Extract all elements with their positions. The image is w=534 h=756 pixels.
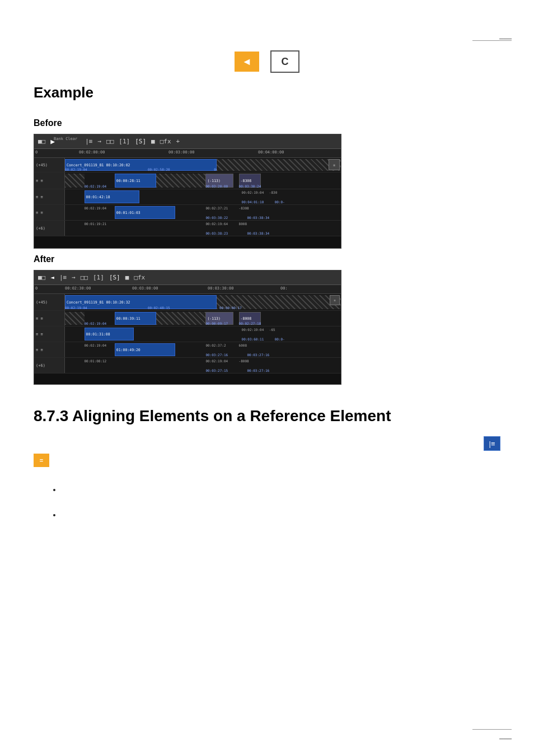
- a-clip-1-1: Concert_091119_B1 00:10:20:32: [65, 295, 217, 309]
- a-time-4-2: 6008: [239, 343, 247, 347]
- clip-hatch-b1: [217, 159, 341, 171]
- ruler-tick-3: 00:04:00:00: [258, 150, 284, 155]
- tb-plus-icon[interactable]: +: [175, 137, 182, 146]
- align-small-icon[interactable]: =: [34, 454, 49, 467]
- a-track-content-2: 00:00:39:11 (-113) -8008 00:02:19:04 00:…: [65, 311, 341, 326]
- time-b3-2: -830: [269, 190, 277, 194]
- a-track-label-3: ≡ ≡: [34, 326, 65, 342]
- clip-b2-1: 00:00:28:11: [115, 174, 156, 188]
- ruler-tick-0: 0: [35, 150, 38, 155]
- tb-a-back-icon[interactable]: ◄: [49, 273, 56, 282]
- a-time-5-1: 00:02:19:04: [205, 359, 228, 363]
- a-track-label-2: ≡ ≡: [34, 311, 65, 326]
- time-b4-4: 00:03:38:34: [247, 216, 269, 220]
- after-track-2: ≡ ≡ 00:00:39:11 (-113) -8008 00:02:19:04…: [34, 311, 341, 326]
- tb-a-1-icon[interactable]: [1]: [91, 273, 106, 282]
- tb-a-filmstrip-icon[interactable]: □□: [79, 273, 90, 282]
- a-track-content-4: 00:02:19:04 01:00:49:20 00:02:37:2 6008 …: [65, 342, 341, 357]
- a-time-2-2: 00:00:09:17: [205, 321, 228, 325]
- a-ruler-3: 00:03:30:00: [208, 286, 233, 291]
- after-track-5: (+6) 00:01:08:12 00:02:19:04 -8008 00:03…: [34, 358, 341, 374]
- a-label-46: (+6): [36, 363, 45, 368]
- a-time-4-1: 00:02:37:2: [205, 343, 226, 347]
- before-timeline: ■□ ▶ Bank Clear |≡ → □□ [1] [S] ■ □fx + …: [34, 134, 500, 249]
- tb-1-icon[interactable]: [1]: [117, 137, 132, 146]
- time-b4-2: -8308: [239, 206, 249, 210]
- a-clip-hatch-2b: [156, 312, 206, 325]
- time-b5-4: 00:03:38:34: [247, 231, 269, 235]
- a-time-1-1: 00:02:19:04: [65, 306, 87, 310]
- before-track-5: (+6) 00:01:19:21 00:02:19:64 8008 00:03:…: [34, 221, 341, 236]
- label-eq-2: ≡ ≡: [36, 179, 43, 183]
- a-label-eq-4: ≡ ≡: [36, 348, 43, 352]
- before-track-3: ≡ ≡ 00:01:42:18 00:02:19:04 -830 00:04:0…: [34, 189, 341, 205]
- a-time-5-2: -8008: [239, 359, 249, 363]
- tb-a-squares-icon[interactable]: ■□: [36, 273, 47, 282]
- before-track-1: (+45) Concert_091119_B1 00:10:20:02 00:0…: [34, 158, 341, 172]
- a-time-4-3: 00:03:27:16: [205, 353, 228, 357]
- top-buttons-area: ◄ C: [0, 50, 534, 73]
- tb-a-square-icon[interactable]: ■: [124, 273, 131, 282]
- align-icon-toolbar[interactable]: |≡: [484, 436, 500, 451]
- time-b4-0: 00:02:19:04: [85, 206, 107, 210]
- track-label-5: (+6): [34, 221, 65, 236]
- clip-hatch-2b: [156, 174, 206, 188]
- clip-box-b1: ≡: [329, 159, 340, 170]
- clip-time-b1-2: 00:02:58:20: [148, 167, 170, 171]
- tb-squares-icon[interactable]: ■□: [36, 137, 47, 146]
- time-b4-1: 00:02:37:21: [205, 206, 228, 210]
- after-ruler: 0 00:02:30:00 00:03:00:00 00:03:30:00 00…: [34, 285, 341, 294]
- label-46: (+6): [36, 226, 45, 231]
- after-track-4: ≡ ≡ 00:02:19:04 01:00:49:20 00:02:37:2 6…: [34, 342, 341, 358]
- before-track-2: ≡ ≡ 00:00:28:11 (-113) -8308 00:02:19:04…: [34, 172, 341, 189]
- back-button[interactable]: ◄: [235, 52, 259, 72]
- tb-a-arrow-icon[interactable]: →: [70, 273, 77, 282]
- a-track-content-5: 00:01:08:12 00:02:19:04 -8008 00:03:27:1…: [65, 358, 341, 373]
- a-time-1-2: 00:02:48:15: [148, 306, 170, 310]
- ruler-tick-1: 00:02:00:00: [79, 150, 105, 155]
- tb-isl-icon[interactable]: [S]: [133, 137, 148, 146]
- a-label-eq-3: ≡ ≡: [36, 332, 43, 337]
- track-content-3: 00:01:42:18 00:02:19:04 -830 00:04:01:10…: [65, 189, 341, 204]
- time-b5-2: 8008: [239, 222, 247, 226]
- a-time-5-4: 00:03:27:16: [247, 368, 269, 372]
- main-content: Example Before ■□ ▶ Bank Clear |≡ → □□ […: [0, 84, 534, 522]
- after-label: After: [34, 254, 500, 264]
- tb-a-isl-icon[interactable]: [S]: [107, 273, 122, 282]
- a-ruler-1: 00:02:30:00: [65, 286, 91, 291]
- label-text: (+45): [36, 163, 48, 167]
- track-label-2: ≡ ≡: [34, 172, 65, 189]
- clip-b4-1: 00:01:01:03: [115, 206, 175, 219]
- a-label-eq-2: ≡ ≡: [36, 316, 43, 321]
- a-track-label-5: (+6): [34, 358, 65, 373]
- after-toolbar: ■□ ◄ |≡ → □□ [1] [S] ■ □fx: [34, 270, 341, 285]
- time-b2-2: 00:03:20:00: [205, 184, 228, 188]
- c-button[interactable]: C: [270, 50, 299, 73]
- a-clip-2-1: 00:00:39:11: [115, 312, 156, 325]
- tb-square-icon[interactable]: ■: [149, 137, 157, 146]
- a-clip-4-1: 01:00:49:20: [115, 343, 175, 356]
- time-b3-3: 00:04:01:10: [242, 200, 264, 204]
- a-time-2-3: 00:02:27:18: [239, 321, 261, 325]
- page-number-top: ___: [472, 31, 512, 41]
- a-time-3-4: 00:0-: [275, 337, 285, 341]
- a-time-3-3: 00:03:60:11: [242, 337, 264, 341]
- bullet-2: [62, 508, 500, 522]
- track-content-5: 00:01:19:21 00:02:19:64 8008 00:03:38:23…: [65, 221, 341, 236]
- a-ruler-2: 00:03:00:00: [132, 286, 158, 291]
- section-873-desc-area: |≡ =: [34, 436, 500, 474]
- tb-a-box-fx-icon[interactable]: □fx: [132, 273, 147, 282]
- tb-box-fx-icon[interactable]: □fx: [158, 137, 173, 146]
- tb-filmstrip-icon[interactable]: □□: [105, 137, 115, 146]
- a-ruler-4: 00:: [280, 286, 288, 291]
- track-label-1: (+45): [34, 158, 65, 172]
- time-b3-1: 00:02:19:04: [242, 190, 264, 194]
- a-time-3-1: 00:02:19:04: [242, 328, 264, 332]
- tb-arrow-icon[interactable]: →: [96, 137, 103, 146]
- section-873-title: 8.7.3 Aligning Elements on a Reference E…: [34, 407, 500, 425]
- tb-align-icon[interactable]: |≡: [83, 137, 94, 146]
- a-time-4-0: 00:02:19:04: [85, 343, 107, 347]
- a-clip-box-1: ≡: [330, 295, 340, 305]
- tb-a-align-icon[interactable]: |≡: [58, 273, 68, 282]
- after-track-1: (+45) Concert_091119_B1 00:10:20:32 00:0…: [34, 294, 341, 311]
